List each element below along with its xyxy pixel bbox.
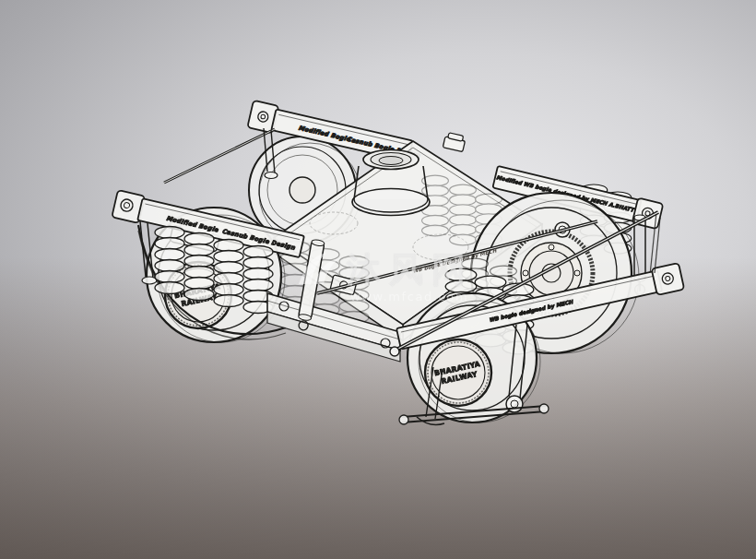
bogie-wireframe-model: Modified Bogie Casnub Bogie Design	[0, 0, 756, 559]
cad-viewport: Modified Bogie Casnub Bogie Design	[0, 0, 756, 559]
